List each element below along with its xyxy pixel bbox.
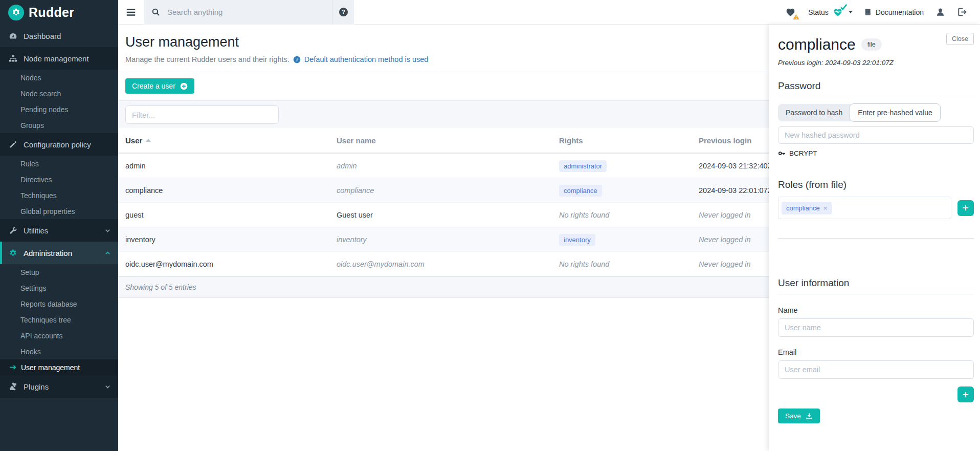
create-user-label: Create a user: [132, 82, 175, 90]
wrench-icon: [9, 226, 17, 235]
roles-tag-box[interactable]: compliance×: [778, 197, 951, 219]
user-information-section: User information Name Email Save: [778, 277, 974, 423]
status-dropdown[interactable]: Status: [808, 7, 853, 17]
rights-cell: No rights found: [559, 211, 699, 219]
previous-login-text: Previous login: 2024-09-03 22:01:07Z: [778, 59, 974, 67]
sidebar-item-label: Configuration policy: [24, 140, 91, 149]
hamburger-menu-icon[interactable]: [125, 7, 137, 18]
sidebar-item-node-management[interactable]: Node management: [0, 47, 118, 70]
email-label: Email: [778, 348, 974, 356]
logout-button[interactable]: [956, 7, 967, 17]
gauge-icon: [9, 32, 17, 40]
sidebar-item-label: Techniques tree: [20, 316, 71, 324]
sidebar-item-setup[interactable]: Setup: [0, 264, 118, 280]
close-panel-button[interactable]: Close: [946, 33, 974, 45]
panel-divider: [778, 238, 974, 239]
sidebar-item-utilities[interactable]: Utilities: [0, 219, 118, 242]
create-user-button[interactable]: Create a user: [125, 78, 194, 94]
sidebar-item-directives[interactable]: Directives: [0, 171, 118, 187]
column-label: User name: [337, 136, 376, 145]
pencil-icon: [9, 140, 17, 149]
status-health-icon: [832, 7, 843, 17]
sidebar-item-dashboard[interactable]: Dashboard: [0, 25, 118, 47]
status-label: Status: [808, 8, 829, 16]
user-cell: compliance: [125, 186, 337, 195]
user-details-panel: Close compliance file Previous login: 20…: [769, 25, 980, 451]
sidebar-item-pending-nodes[interactable]: Pending nodes: [0, 101, 118, 117]
rights-none-text: No rights found: [559, 211, 609, 219]
remove-tag-icon[interactable]: ×: [823, 204, 828, 212]
sidebar-item-settings[interactable]: Settings: [0, 280, 118, 296]
rights-none-text: No rights found: [559, 260, 609, 268]
tab-enter-pre-hashed-value[interactable]: Enter pre-hashed value: [850, 103, 941, 122]
plus-icon: [962, 204, 969, 211]
sidebar-item-label: Directives: [20, 176, 52, 184]
add-role-button[interactable]: [957, 200, 974, 216]
user-email-input[interactable]: [778, 360, 974, 379]
sidebar-item-label: Reports database: [20, 300, 77, 308]
sidebar-item-label: Global properties: [20, 207, 75, 216]
sidebar-item-hooks[interactable]: Hooks: [0, 343, 118, 359]
tab-password-to-hash[interactable]: Password to hash: [778, 104, 850, 121]
hash-algorithm-label: BCRYPT: [789, 149, 817, 157]
auth-method-link[interactable]: Default authentication method is used: [304, 55, 429, 63]
column-label: Previous login: [699, 136, 751, 145]
svg-text:i: i: [296, 57, 298, 62]
column-header-user[interactable]: User: [125, 136, 337, 145]
sidebar-item-user-management[interactable]: User management: [0, 359, 118, 375]
warning-triangle-icon: [792, 13, 800, 20]
rights-badge[interactable]: compliance: [559, 185, 602, 197]
rights-cell: No rights found: [559, 260, 699, 268]
username-cell: inventory: [337, 235, 559, 244]
sidebar-item-reports-database[interactable]: Reports database: [0, 296, 118, 312]
rudder-logo[interactable]: Rudder: [0, 0, 118, 25]
sidebar-item-node-search[interactable]: Node search: [0, 85, 118, 101]
plus-circle-icon: [180, 82, 188, 90]
username-cell: Guest user: [337, 211, 559, 219]
column-header-rights[interactable]: Rights: [559, 136, 699, 145]
book-icon: [864, 8, 872, 16]
sidebar-item-administration[interactable]: Administration: [0, 242, 118, 264]
subtitle-text: Manage the current Rudder users and thei…: [125, 55, 289, 63]
column-header-user-name[interactable]: User name: [337, 136, 559, 145]
user-information-heading: User information: [778, 277, 974, 294]
sidebar-item-plugins[interactable]: Plugins: [0, 375, 118, 398]
sidebar-item-label: Plugins: [24, 382, 49, 391]
sidebar-item-label: Pending nodes: [20, 105, 68, 114]
user-cell: admin: [125, 162, 337, 170]
sidebar-item-configuration-policy[interactable]: Configuration policy: [0, 133, 118, 156]
documentation-link[interactable]: Documentation: [864, 8, 924, 16]
user-account-button[interactable]: [935, 7, 945, 17]
add-info-row: [778, 386, 974, 402]
search-help-button[interactable]: ?: [332, 0, 354, 25]
sidebar-item-nodes[interactable]: Nodes: [0, 70, 118, 85]
save-button[interactable]: Save: [778, 409, 820, 423]
sidebar-menu: DashboardNode managementNodesNode search…: [0, 25, 118, 451]
sidebar-item-rules[interactable]: Rules: [0, 156, 118, 171]
rights-badge[interactable]: inventory: [559, 234, 595, 246]
download-icon: [806, 413, 813, 420]
sidebar-item-label: Rules: [20, 160, 39, 168]
documentation-label: Documentation: [876, 8, 924, 16]
sidebar-item-global-properties[interactable]: Global properties: [0, 203, 118, 219]
add-user-info-button[interactable]: [957, 386, 974, 402]
filter-input[interactable]: [125, 105, 279, 124]
rights-badge[interactable]: administrator: [559, 160, 607, 172]
username-cell: admin: [337, 162, 559, 170]
search-input[interactable]: [166, 7, 332, 17]
global-search: ?: [144, 0, 354, 25]
user-name-input[interactable]: [778, 318, 974, 337]
topbar: ? Status Documentation: [118, 0, 980, 25]
sidebar-item-groups[interactable]: Groups: [0, 117, 118, 133]
sidebar-item-label: Nodes: [20, 74, 41, 82]
rights-cell: inventory: [559, 235, 699, 244]
gear-icon: [9, 249, 17, 257]
sidebar-item-techniques[interactable]: Techniques: [0, 187, 118, 203]
hashed-password-input[interactable]: [778, 126, 974, 144]
sidebar-item-api-accounts[interactable]: API accounts: [0, 328, 118, 343]
rights-cell: compliance: [559, 186, 699, 195]
health-status-button[interactable]: [785, 7, 797, 18]
user-cell: guest: [125, 211, 337, 219]
sort-asc-icon: [146, 139, 151, 142]
sidebar-item-techniques-tree[interactable]: Techniques tree: [0, 312, 118, 328]
